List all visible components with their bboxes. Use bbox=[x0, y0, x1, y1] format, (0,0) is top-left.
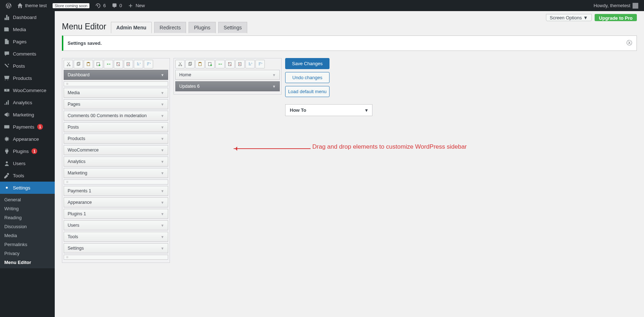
menu-item[interactable]: Marketing▼ bbox=[64, 168, 168, 178]
sidebar-sub-privacy[interactable]: Privacy bbox=[0, 249, 55, 258]
sidebar-sub-permalinks[interactable]: Permalinks bbox=[0, 240, 55, 249]
dismiss-notice-button[interactable]: ⓧ bbox=[626, 39, 632, 47]
hide-button[interactable] bbox=[225, 60, 235, 68]
tab-redirects[interactable]: Redirects bbox=[154, 22, 186, 33]
submenu-panel: Home▼Updates 6▼ bbox=[174, 58, 282, 95]
copy-button[interactable] bbox=[185, 60, 195, 68]
sort-asc-icon bbox=[136, 62, 141, 67]
hide-icon bbox=[116, 62, 121, 67]
svg-point-18 bbox=[219, 63, 220, 64]
store-status[interactable]: Store coming soon bbox=[50, 0, 93, 11]
menu-item[interactable]: WooCommerce▼ bbox=[64, 145, 168, 155]
sidebar-item-posts[interactable]: Posts bbox=[0, 60, 55, 72]
menu-item[interactable]: Dashboard▼ bbox=[64, 70, 168, 80]
menu-separator[interactable] bbox=[64, 179, 168, 184]
wp-logo[interactable] bbox=[3, 0, 14, 11]
sort-asc-button[interactable] bbox=[134, 60, 143, 68]
woo-icon bbox=[4, 87, 10, 93]
sidebar-item-pages[interactable]: Pages bbox=[0, 35, 55, 48]
menu-item[interactable]: Comments 00 Comments in moderation▼ bbox=[64, 111, 168, 121]
new-sep-icon bbox=[218, 62, 223, 67]
menu-item[interactable]: Home▼ bbox=[175, 70, 280, 80]
tab-plugins[interactable]: Plugins bbox=[189, 22, 216, 33]
new-sep-button[interactable] bbox=[104, 60, 113, 68]
menu-item[interactable]: Tools▼ bbox=[64, 232, 168, 242]
menu-item[interactable]: Media▼ bbox=[64, 88, 168, 98]
sidebar-item-label: Dashboard bbox=[13, 15, 36, 20]
sidebar-item-appearance[interactable]: Appearance bbox=[0, 133, 55, 145]
cut-button[interactable] bbox=[64, 60, 73, 68]
chevron-down-icon: ▼ bbox=[161, 125, 164, 129]
sidebar-item-marketing[interactable]: Marketing bbox=[0, 109, 55, 121]
sort-desc-button[interactable] bbox=[144, 60, 153, 68]
copy-icon bbox=[187, 62, 192, 67]
delete-button[interactable] bbox=[124, 60, 133, 68]
sidebar-item-media[interactable]: Media bbox=[0, 23, 55, 35]
sort-asc-button[interactable] bbox=[245, 60, 255, 68]
sort-desc-button[interactable] bbox=[255, 60, 265, 68]
menu-item[interactable]: Plugins 1▼ bbox=[64, 209, 168, 219]
menu-item[interactable]: Users▼ bbox=[64, 220, 168, 230]
tab-admin-menu[interactable]: Admin Menu bbox=[111, 22, 152, 33]
new-content[interactable]: New bbox=[125, 0, 148, 11]
new-sep-button[interactable] bbox=[215, 60, 225, 68]
sidebar-sub-discussion[interactable]: Discussion bbox=[0, 222, 55, 231]
paste-button[interactable] bbox=[84, 60, 93, 68]
undo-button[interactable]: Undo changes bbox=[285, 72, 330, 83]
save-button[interactable]: Save Changes bbox=[285, 58, 330, 69]
delete-button[interactable] bbox=[235, 60, 245, 68]
sidebar-item-label: Media bbox=[13, 27, 26, 32]
menu-item[interactable]: Settings▼ bbox=[64, 243, 168, 253]
sidebar-sub-reading[interactable]: Reading bbox=[0, 213, 55, 222]
user-account[interactable]: Howdy, themetest bbox=[591, 0, 641, 11]
menu-item[interactable]: Payments 1▼ bbox=[64, 186, 168, 196]
sidebar-item-analytics[interactable]: Analytics bbox=[0, 96, 55, 109]
sidebar-item-plugins[interactable]: Plugins1 bbox=[0, 145, 55, 157]
menu-item[interactable]: Appearance▼ bbox=[64, 197, 168, 207]
site-home[interactable]: theme test bbox=[14, 0, 50, 11]
new-button[interactable] bbox=[94, 60, 103, 68]
how-to-dropdown[interactable]: How To▾ bbox=[285, 104, 372, 116]
menu-item[interactable]: Updates 6▼ bbox=[175, 81, 280, 91]
copy-icon bbox=[76, 62, 81, 67]
paste-button[interactable] bbox=[195, 60, 205, 68]
upgrade-button[interactable]: Upgrade to Pro bbox=[595, 14, 637, 21]
sidebar-item-comments[interactable]: Comments bbox=[0, 48, 55, 60]
cut-button[interactable] bbox=[175, 60, 185, 68]
menu-item[interactable]: Posts▼ bbox=[64, 122, 168, 132]
sidebar-item-payments[interactable]: Payments1 bbox=[0, 121, 55, 133]
posts-icon bbox=[4, 63, 10, 69]
menu-separator[interactable] bbox=[64, 255, 168, 260]
screen-options-toggle[interactable]: Screen Options ▼ bbox=[546, 14, 592, 21]
sidebar-item-dashboard[interactable]: Dashboard bbox=[0, 11, 55, 23]
annotation-text: Drag and drop elements to customize Word… bbox=[312, 143, 467, 151]
new-button[interactable] bbox=[205, 60, 215, 68]
hide-button[interactable] bbox=[114, 60, 123, 68]
sidebar-item-tools[interactable]: Tools bbox=[0, 169, 55, 182]
comments-link[interactable]: 0 bbox=[109, 0, 125, 11]
menu-item[interactable]: Analytics▼ bbox=[64, 157, 168, 167]
sidebar-item-users[interactable]: Users bbox=[0, 157, 55, 169]
sidebar-sub-general[interactable]: General bbox=[0, 195, 55, 204]
chevron-down-icon: ▼ bbox=[161, 114, 164, 118]
chevron-down-icon: ▼ bbox=[161, 246, 164, 250]
menu-item[interactable]: Pages▼ bbox=[64, 99, 168, 109]
svg-point-9 bbox=[107, 63, 108, 64]
sidebar-item-settings[interactable]: Settings bbox=[0, 182, 55, 194]
svg-rect-15 bbox=[199, 62, 201, 63]
chevron-down-icon: ▼ bbox=[161, 160, 164, 164]
sidebar-item-woocommerce[interactable]: WooCommerce bbox=[0, 84, 55, 96]
updates-link[interactable]: 6 bbox=[92, 0, 108, 11]
tab-settings[interactable]: Settings bbox=[218, 22, 247, 33]
load-default-button[interactable]: Load default menu bbox=[285, 86, 330, 97]
sidebar-sub-media[interactable]: Media bbox=[0, 231, 55, 240]
sidebar-sub-writing[interactable]: Writing bbox=[0, 204, 55, 213]
paste-icon bbox=[197, 62, 203, 67]
sidebar-item-products[interactable]: Products bbox=[0, 72, 55, 84]
marketing-icon bbox=[4, 111, 10, 118]
menu-separator[interactable] bbox=[64, 81, 168, 86]
copy-button[interactable] bbox=[74, 60, 83, 68]
menu-item-label: Comments 00 Comments in moderation bbox=[68, 113, 147, 118]
sidebar-sub-menu-editor[interactable]: Menu Editor bbox=[0, 258, 55, 267]
menu-item[interactable]: Products▼ bbox=[64, 134, 168, 144]
